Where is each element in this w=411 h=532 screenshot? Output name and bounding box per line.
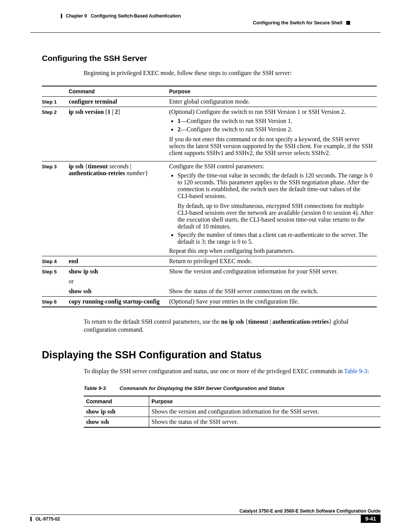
purpose-text: (Optional) Save your entries in the conf… [169,298,299,305]
cmd: end [68,258,78,264]
list-item: 2—Configure the switch to run SSH Versio… [177,126,374,133]
header-vbar-icon [61,14,62,18]
running-header-right: Configuring the Switch for Secure Shell [253,20,350,26]
doc-number: OL-9775-02 [35,516,60,522]
table-row: Step 3 ip ssh {timeout seconds | authent… [42,161,377,256]
purpose-text: Return to privileged EXEC mode. [169,258,252,264]
chapter-title: Configuring Switch-Based Authentication [91,13,181,19]
running-header-left: Chapter 9 Configuring Switch-Based Authe… [61,13,181,19]
step-label: Step 6 [42,297,68,307]
list-item: Specify the time-out value in seconds; t… [177,172,374,230]
section1-intro: Beginning in privileged EXEC mode, follo… [42,70,377,77]
table-row: Step 6 copy running-config startup-confi… [42,297,377,307]
step-label: Step 2 [42,107,68,161]
cmd: copy running-config startup-config [68,298,159,305]
header-square-icon [346,21,350,25]
table-row: Step 4 end Return to privileged EXEC mod… [42,256,377,267]
cmd: show ip ssh [84,406,149,417]
purpose-text: Enter global configuration mode. [169,98,250,105]
table-row: Step 5 show ip ssh Show the version and … [42,267,377,277]
purpose-text: Repeat this step when configuring both p… [169,248,294,254]
cmd-or: or [68,278,73,284]
post-table-note: To return to the default SSH control par… [42,318,377,334]
manual-title: Catalyst 3750-E and 3560-E Switch Softwa… [30,508,381,514]
section-title-right: Configuring the Switch for Secure Shell [253,20,342,26]
table-row: show ssh Show the status of the SSH serv… [42,286,377,297]
col-purpose: Purpose [169,86,377,97]
col-command: Command [68,86,169,97]
page-footer: Catalyst 3750-E and 3560-E Switch Softwa… [30,508,381,523]
table-row: Step 1 configure terminal Enter global c… [42,97,377,107]
table-caption: Table 9-3Commands for Displaying the SSH… [42,385,377,391]
header-rule [30,32,381,33]
chapter-number: Chapter 9 [66,13,87,19]
purpose-text: Configure the SSH control parameters: [169,163,264,169]
cmd: ip ssh version [68,109,104,115]
step-label: Step 3 [42,161,68,256]
step-label: Step 1 [42,97,68,107]
purpose-text: Show the version and configuration infor… [169,268,338,275]
section-heading-display-ssh: Displaying the SSH Configuration and Sta… [42,349,377,361]
step-label: Step 5 [42,267,68,277]
config-steps-table: Command Purpose Step 1 configure termina… [42,86,377,307]
col-command: Command [84,396,149,407]
section-heading-ssh-server: Configuring the SSH Server [42,54,377,63]
table-row: or [42,276,377,286]
table-row: show ip ssh Shows the version and config… [84,406,381,417]
purpose-text: Show the status of the SSH server connec… [169,288,318,294]
list-item: Specify the number of times that a clien… [177,232,374,245]
cmd: show ip ssh [68,268,98,275]
table-reference-link[interactable]: Table 9-3 [344,368,367,374]
page-number: 9-41 [365,516,376,522]
bracket: [ [104,109,107,115]
purpose-text: (Optional) Configure the switch to run S… [169,109,346,115]
purpose-text: If you do not enter this command or do n… [169,136,374,157]
table-row: Step 2 ip ssh version [1 | 2] (Optional)… [42,107,377,161]
cmd: show ssh [84,417,149,427]
list-item: 1—Configure the switch to run SSH Versio… [177,118,374,125]
table-row: show ssh Shows the status of the SSH ser… [84,417,381,427]
section2-intro: To display the SSH server configuration … [42,368,377,375]
footer-vbar-icon [30,517,32,521]
step-label: Step 4 [42,256,68,267]
cmd-arg: 1 | 2 [107,109,118,115]
bracket: ] [118,109,120,115]
display-commands-table: Command Purpose show ip ssh Shows the ve… [84,396,381,428]
purpose-text: Shows the status of the SSH server. [149,417,381,427]
cmd: ip ssh [68,163,83,169]
cmd: show ssh [68,288,91,294]
purpose-text: Shows the version and configuration info… [149,406,381,417]
cmd: configure terminal [68,98,117,105]
col-purpose: Purpose [149,396,381,407]
